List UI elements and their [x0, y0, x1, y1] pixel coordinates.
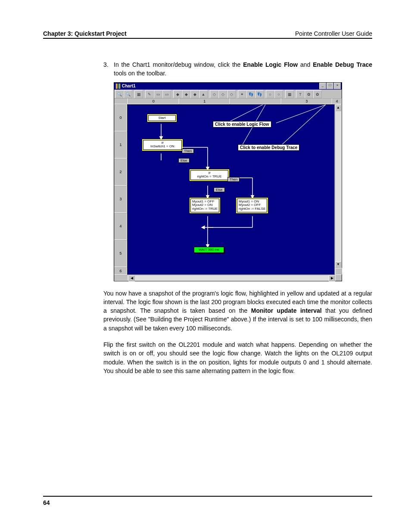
- enable-debug-trace-button[interactable]: 👣: [246, 90, 255, 98]
- assign-right-block[interactable]: Myout1 = ON Myout2 = OFF rightOn := FALS…: [237, 199, 267, 212]
- toolbar-btn-9[interactable]: ◆: [190, 90, 199, 98]
- else-label-2: Else: [214, 187, 225, 192]
- window-title: Chart1: [122, 84, 319, 88]
- col-2: [230, 98, 281, 104]
- column-ruler: 0 1 3 4: [114, 98, 342, 104]
- horizontal-scrollbar[interactable]: ◀ ▶: [128, 275, 336, 281]
- toolbar-btn-13[interactable]: ◇: [227, 90, 236, 98]
- scroll-right-icon[interactable]: ▶: [329, 275, 335, 281]
- row-1: 1: [114, 131, 127, 159]
- toolbar-btn-16[interactable]: 👣: [255, 90, 264, 98]
- chart1-window: Chart1 _ □ × 🔍 🔍 ▦ ✎ ▭ ▭ ◆ ◆ ◆: [114, 82, 342, 281]
- close-button[interactable]: ×: [334, 83, 341, 89]
- col-0: 0: [128, 98, 179, 104]
- zoom-in-icon[interactable]: 🔍: [124, 90, 132, 98]
- svg-line-1: [276, 105, 326, 123]
- vertical-scrollbar[interactable]: ▲ ▼: [335, 104, 342, 275]
- page-number: 64: [43, 496, 372, 506]
- assign-left-block[interactable]: Myout1 = OFF Myout2 = ON rightOn := TRUE: [190, 199, 219, 212]
- toolbar-btn-4[interactable]: ✎: [145, 90, 154, 98]
- else-label-1: Else: [178, 158, 190, 163]
- maximize-button[interactable]: □: [327, 83, 333, 89]
- wait-block[interactable]: WAIT 500 ms: [194, 247, 224, 253]
- toolbar-btn-11[interactable]: ◇: [210, 90, 218, 98]
- toolbar-btn-6[interactable]: ▭: [162, 90, 171, 98]
- then-label-1: Then: [182, 149, 194, 153]
- if-righton-block[interactable]: If rightOn = TRUE: [190, 170, 228, 180]
- then-label-2: Then: [227, 177, 240, 182]
- callout-logic-flow: Click to enable Logic Flow: [213, 121, 271, 128]
- toolbar-btn-12[interactable]: ◇: [218, 90, 227, 98]
- step-3: 3. In the Chart1 monitor/debug window, c…: [103, 60, 372, 78]
- scroll-down-icon[interactable]: ▼: [335, 261, 341, 268]
- zoom-out-icon[interactable]: 🔍: [115, 90, 124, 98]
- resize-grip[interactable]: [335, 268, 342, 274]
- title-bar: Chart1 _ □ ×: [114, 83, 342, 90]
- toolbar-btn-19[interactable]: ▦: [285, 90, 294, 98]
- row-3: 3: [114, 186, 127, 213]
- toolbar-btn-10[interactable]: ▲: [199, 90, 208, 98]
- paragraph-2: Flip the first switch on the OL2201 modu…: [103, 340, 372, 375]
- toolbar-btn-5[interactable]: ▭: [154, 90, 162, 98]
- col-1: 1: [179, 98, 230, 104]
- toolbar-btn-8[interactable]: ◆: [182, 90, 190, 98]
- paragraph-1: You now have a snapshot of the program's…: [103, 289, 372, 333]
- chapter-title: Chapter 3: Quickstart Project: [43, 30, 127, 37]
- row-5: 5: [114, 240, 127, 267]
- row-6: 6: [114, 267, 127, 275]
- toolbar-btn-3[interactable]: ▦: [134, 90, 143, 98]
- svg-line-0: [227, 105, 263, 123]
- start-block[interactable]: Start: [148, 115, 176, 121]
- toolbar-btn-7[interactable]: ◆: [173, 90, 182, 98]
- scroll-up-icon[interactable]: ▲: [335, 105, 341, 111]
- guide-title: Pointe Controller User Guide: [295, 30, 372, 37]
- row-0: 0: [114, 104, 127, 131]
- callout-debug-trace: Click to enable Debug Trace: [238, 144, 299, 151]
- step-number: 3.: [103, 60, 114, 78]
- row-4: 4: [114, 213, 127, 240]
- toolbar-btn-21[interactable]: ✿: [305, 90, 313, 98]
- svg-line-3: [280, 105, 326, 146]
- minimize-button[interactable]: _: [319, 83, 326, 89]
- if-switch-block[interactable]: If InSwitch1 = ON: [143, 140, 182, 150]
- flowchart-canvas[interactable]: Start If InSwitch1 = ON Then Else If rig…: [127, 104, 335, 275]
- col-3: 3: [281, 98, 333, 104]
- page-header: Chapter 3: Quickstart Project Pointe Con…: [43, 30, 372, 39]
- row-ruler: 0 1 2 3 4 5 6: [114, 104, 127, 275]
- app-icon: [115, 84, 120, 89]
- toolbar-btn-18[interactable]: ○: [274, 90, 283, 98]
- toolbar-btn-17[interactable]: ○: [266, 90, 274, 98]
- step-text: In the Chart1 monitor/debug window, clic…: [114, 60, 372, 78]
- toolbar-btn-20[interactable]: T: [296, 90, 305, 98]
- scroll-left-icon[interactable]: ◀: [128, 275, 135, 281]
- col-4: 4: [332, 98, 342, 104]
- toolbar-btn-22[interactable]: ✿: [313, 90, 322, 98]
- row-2: 2: [114, 159, 127, 186]
- enable-logic-flow-button[interactable]: ✦: [238, 90, 246, 98]
